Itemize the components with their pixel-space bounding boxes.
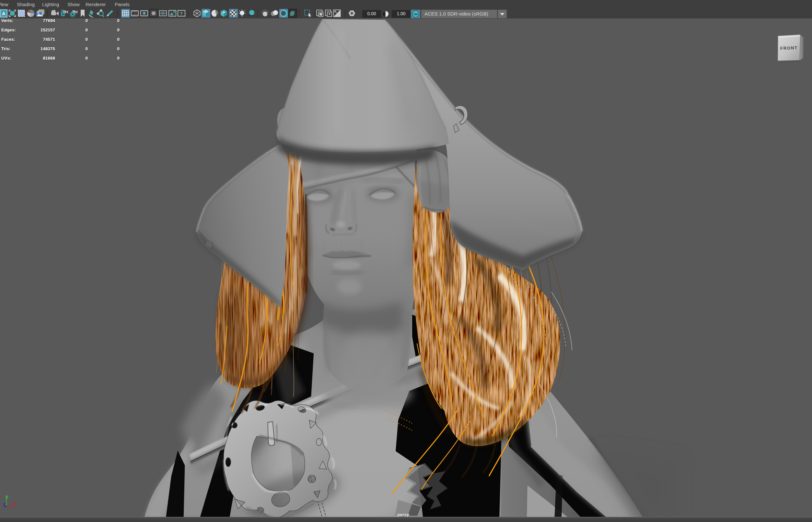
hud-col2: 0 — [75, 37, 88, 42]
marquee-select-icon[interactable] — [18, 10, 25, 17]
wireframe-icon[interactable] — [194, 10, 200, 17]
model-render — [0, 18, 812, 517]
view-cube[interactable]: FRONT — [774, 28, 809, 67]
hud-col2: 0 — [75, 56, 88, 61]
occlusion-icon[interactable] — [262, 9, 269, 16]
two-sided-lighting-icon[interactable] — [89, 10, 93, 18]
hud-col2: 0 — [75, 46, 88, 51]
colorspace-on-button[interactable]: ON — [411, 10, 420, 18]
grid-icon[interactable] — [121, 9, 130, 18]
axis-gizmo: y z x — [0, 489, 23, 517]
flat-shade-icon[interactable] — [212, 10, 218, 17]
gate-mask-icon[interactable] — [150, 9, 158, 18]
use-default-material-icon[interactable] — [229, 9, 238, 18]
resolution-gate-icon[interactable] — [141, 11, 148, 16]
hud-label: Verts: — [1, 18, 21, 23]
motion-blur-icon[interactable] — [271, 11, 278, 16]
lights-icon[interactable] — [238, 9, 246, 17]
bookmarks-icon[interactable] — [81, 10, 84, 17]
hud-label: UVs: — [1, 56, 21, 61]
select-camera-icon[interactable] — [51, 10, 59, 16]
annotate-pencil-icon[interactable] — [107, 10, 113, 17]
exposure-field[interactable]: 0.00 — [362, 10, 381, 18]
lock-camera-icon[interactable] — [61, 10, 68, 16]
hud-icon-label: T — [180, 11, 183, 16]
camera-attributes-icon[interactable] — [70, 11, 77, 17]
hud-value: 152157 — [29, 27, 55, 33]
hud-value: 77694 — [29, 18, 55, 23]
panel-toolbar: View Shading Lighting Show Renderer Pane… — [0, 0, 812, 18]
a-icon-label: A — [2, 11, 5, 16]
hud-col3: 0 — [107, 37, 120, 42]
camera-frame-icon[interactable] — [9, 10, 16, 17]
colorspace-dropdown[interactable]: ACES 1.0 SDR-video (sRGB) — [421, 10, 497, 18]
gamma-icon[interactable] — [381, 9, 390, 19]
hud-label: Faces: — [1, 37, 21, 42]
hud-value: 81668 — [29, 56, 55, 61]
exposure-icon[interactable] — [349, 10, 355, 17]
select-tool-icon[interactable] — [305, 10, 311, 18]
field-chart-icon[interactable] — [159, 11, 167, 16]
hud-col3: 0 — [107, 56, 120, 61]
hud-label: Tris: — [1, 46, 21, 51]
hud-col3: 0 — [107, 46, 120, 51]
menu-view[interactable]: View — [0, 0, 8, 8]
menu-shading[interactable]: Shading — [17, 0, 35, 8]
snapshot-icon[interactable] — [334, 10, 341, 17]
axis-y-label: y — [5, 494, 8, 500]
menu-show[interactable]: Show — [67, 0, 80, 8]
hud-col3: 0 — [107, 27, 120, 33]
hud-label: Edges: — [1, 27, 21, 33]
hud-col2: 0 — [75, 18, 88, 23]
hud-value: 148375 — [29, 46, 55, 51]
colorspace-dropdown-arrow[interactable] — [498, 10, 507, 18]
pan-zoom-icon[interactable] — [97, 9, 104, 17]
gamma-field[interactable]: 1.00 — [392, 10, 410, 18]
menu-renderer[interactable]: Renderer — [85, 0, 106, 8]
renderer-a-icon[interactable]: A — [0, 9, 8, 18]
camera-name-label: persp — [389, 512, 418, 517]
menu-lighting[interactable]: Lighting — [42, 0, 59, 8]
film-gate-icon[interactable] — [131, 11, 138, 16]
color-wheel-icon[interactable] — [27, 10, 34, 17]
axis-z-label: z — [3, 501, 6, 507]
anti-aliasing-icon[interactable] — [279, 9, 288, 18]
view-cube-label: FRONT — [780, 45, 798, 51]
menu-panels[interactable]: Panels — [115, 0, 130, 8]
smooth-shade-icon[interactable] — [201, 9, 210, 18]
shadows-icon[interactable] — [248, 10, 254, 16]
textured-icon[interactable] — [221, 10, 227, 17]
depth-peeling-icon[interactable] — [288, 9, 297, 18]
image-plane-icon[interactable] — [169, 11, 176, 16]
timeline-strip — [0, 517, 812, 522]
hud-icon[interactable]: T — [178, 11, 185, 16]
hud-value: 74571 — [29, 37, 55, 42]
image-stack-icon[interactable] — [37, 10, 44, 16]
hud-col3: 0 — [107, 18, 120, 23]
panel-menubar: View Shading Lighting Show Renderer Pane… — [0, 0, 812, 8]
hud-col2: 0 — [75, 27, 88, 33]
viewport-3d[interactable]: Verts: 77694 0 0 Edges: 152157 0 0 Faces… — [0, 18, 812, 517]
on-button-label: ON — [413, 13, 418, 16]
isolate-select-icon[interactable] — [316, 10, 323, 17]
panel-iconbar: A — [0, 8, 812, 18]
axis-x-label: x — [13, 501, 16, 507]
isolate-add-icon[interactable] — [325, 10, 332, 17]
